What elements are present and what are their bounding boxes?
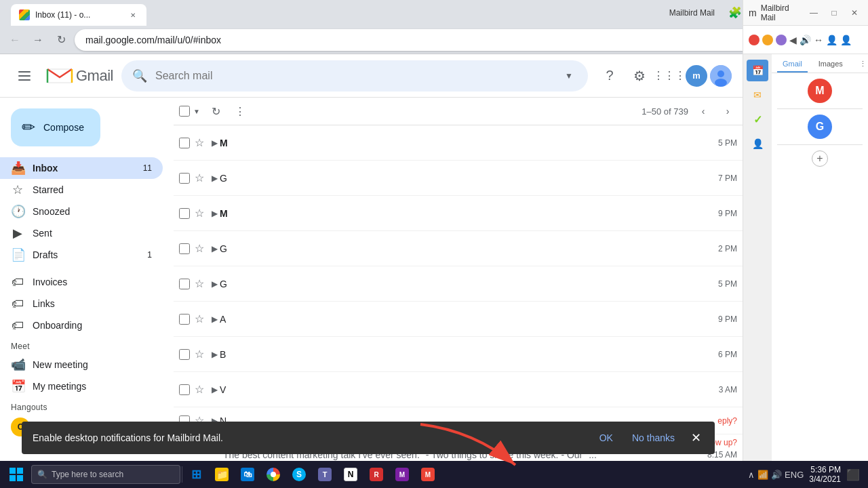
taskbar-task-view[interactable]: ⊞	[184, 464, 208, 485]
menu-button[interactable]	[11, 62, 38, 89]
taskbar-notion[interactable]: N	[338, 464, 363, 485]
sidebar-item-snoozed[interactable]: 🕐 Snoozed	[0, 201, 163, 222]
select-all-checkbox[interactable]	[179, 106, 190, 117]
star-button[interactable]: ☆	[190, 239, 209, 258]
volume-icon[interactable]: 🔊	[771, 470, 782, 480]
address-input[interactable]	[75, 29, 778, 51]
email-checkbox[interactable]	[179, 138, 190, 148]
sidebar-item-starred[interactable]: ☆ Starred	[0, 179, 163, 201]
notification-center-icon[interactable]: ⬛	[846, 468, 860, 481]
taskbar-search[interactable]: 🔍 Type here to search	[31, 465, 180, 484]
email-checkbox[interactable]	[179, 349, 190, 360]
taskbar-clock[interactable]: 5:36 PM 3/4/2021	[809, 465, 841, 484]
sidebar-item-drafts[interactable]: 📄 Drafts 1	[0, 244, 163, 266]
star-button[interactable]: ☆	[190, 204, 209, 223]
tab-close-button[interactable]: ✕	[127, 9, 138, 20]
table-row[interactable]: ☆ ▶ G 2 PM	[174, 231, 743, 266]
next-page-button[interactable]: ›	[718, 102, 737, 121]
sidebar-item-inbox[interactable]: 📥 Inbox 11	[0, 157, 163, 179]
arrow-up-icon[interactable]: ∧	[748, 470, 755, 480]
select-dropdown-button[interactable]: ▼	[191, 106, 202, 117]
mailbird-person-button[interactable]: 👤	[747, 133, 768, 155]
table-row[interactable]: ☆ ▶ M 9 PM	[174, 196, 743, 231]
windows-start-button[interactable]	[3, 464, 30, 485]
search-dropdown-button[interactable]: ▼	[561, 68, 577, 84]
star-button[interactable]: ☆	[190, 345, 209, 364]
inbox-label: Inbox	[33, 163, 135, 174]
search-input[interactable]	[155, 70, 553, 82]
mailbird-close[interactable]: ✕	[846, 7, 863, 19]
email-checkbox[interactable]	[179, 243, 190, 254]
star-button[interactable]: ☆	[190, 380, 209, 399]
mailbird-panel: m Mailbird Mail — □ ✕ ◀ 🔊 ↔ 👤 👤 📅 ✉ ✓ 👤 …	[743, 0, 868, 488]
taskbar-app-red[interactable]: R	[364, 464, 389, 485]
star-button[interactable]: ☆	[190, 134, 209, 152]
taskbar-store[interactable]: 🛍	[235, 464, 260, 485]
star-button[interactable]: ☆	[190, 274, 209, 293]
sidebar-item-my-meetings[interactable]: 📅 My meetings	[0, 375, 163, 397]
important-marker: ▶	[209, 174, 220, 183]
taskbar-gmail-icon[interactable]: M	[416, 464, 440, 485]
taskbar-skype[interactable]: S	[287, 464, 311, 485]
email-checkbox[interactable]	[179, 279, 190, 289]
help-button[interactable]: ?	[596, 62, 623, 89]
notification-no-thanks-button[interactable]: No thanks	[627, 430, 680, 446]
more-options-button[interactable]: ⋮	[229, 100, 251, 122]
notification-close-button[interactable]: ✕	[688, 429, 704, 447]
table-row[interactable]: ☆ ▶ A 9 PM	[174, 302, 743, 337]
volume-button[interactable]: 🔊	[800, 35, 811, 45]
notion-icon: N	[344, 468, 357, 481]
taskbar-time: 5:36 PM	[809, 465, 841, 474]
mailbird-minimize[interactable]: —	[806, 7, 822, 19]
star-button[interactable]: ☆	[190, 310, 209, 329]
email-checkbox[interactable]	[179, 314, 190, 325]
table-row[interactable]: ☆ ▶ B 6 PM	[174, 337, 743, 372]
email-checkbox[interactable]	[179, 384, 190, 395]
table-row[interactable]: ☆ ▶ M 5 PM	[174, 125, 743, 161]
mailbird-calendar-button[interactable]: 📅	[747, 60, 768, 81]
apps-button[interactable]: ⋮⋮⋮	[656, 62, 683, 89]
email-checkbox[interactable]	[179, 208, 190, 219]
taskbar-file-explorer[interactable]: 📁	[210, 464, 234, 485]
star-button[interactable]: ☆	[190, 169, 209, 188]
reload-button[interactable]: ↻	[52, 30, 71, 49]
prev-page-button[interactable]: ‹	[694, 102, 713, 121]
back-button[interactable]: ←	[5, 30, 24, 49]
mailbird-maximize[interactable]: □	[826, 7, 842, 19]
taskbar-teams-alt[interactable]: T	[313, 464, 337, 485]
onboarding-label: Onboarding	[33, 320, 152, 331]
language-icon[interactable]: ENG	[785, 470, 804, 480]
task-view-icon: ⊞	[189, 468, 203, 481]
mailbird-logo[interactable]: m	[686, 65, 707, 87]
compose-button[interactable]: ✏ Compose	[11, 108, 100, 146]
mailbird-check-button[interactable]: ✓	[747, 108, 768, 130]
notification-ok-button[interactable]: OK	[594, 430, 618, 446]
taskbar-chrome[interactable]	[261, 464, 285, 485]
sidebar-item-onboarding[interactable]: 🏷 Onboarding	[0, 314, 163, 336]
user-avatar[interactable]	[710, 65, 732, 87]
mailbird-tab-gmail[interactable]: Gmail	[777, 57, 808, 73]
gmail-tab[interactable]: Inbox (11) - o... ✕	[11, 4, 146, 26]
taskbar-app-purple[interactable]: M	[390, 464, 414, 485]
email-checkbox[interactable]	[179, 173, 190, 184]
sidebar-item-sent[interactable]: ▶ Sent	[0, 222, 163, 244]
settings-button[interactable]: ⚙	[626, 62, 653, 89]
mailbird-tab-apps[interactable]: ⋮⋮⋮	[854, 57, 868, 73]
refresh-button[interactable]: ↻	[205, 100, 226, 122]
table-row[interactable]: ☆ ▶ G 7 PM	[174, 161, 743, 196]
expand-button[interactable]: ↔	[814, 35, 823, 45]
table-row[interactable]: ☆ ▶ G 5 PM	[174, 266, 743, 302]
mailbird-tab-images[interactable]: Images	[813, 57, 848, 73]
extensions-button[interactable]: 🧩	[726, 3, 745, 22]
back-arrow-button[interactable]: ◀	[789, 35, 797, 45]
forward-button[interactable]: →	[28, 30, 47, 49]
sidebar-item-new-meeting[interactable]: 📹 New meeting	[0, 354, 163, 375]
sidebar-item-links[interactable]: 🏷 Links	[0, 293, 163, 314]
person2-button[interactable]: 👤	[840, 35, 852, 45]
mailbird-mail-button[interactable]: ✉	[747, 84, 768, 106]
sidebar-item-invoices[interactable]: 🏷 Invoices	[0, 271, 163, 293]
network-icon[interactable]: 📶	[757, 470, 768, 480]
person1-button[interactable]: 👤	[826, 35, 837, 45]
table-row[interactable]: ☆ ▶ V 3 AM	[174, 372, 743, 407]
mailbird-add-account-button[interactable]: +	[812, 150, 828, 167]
